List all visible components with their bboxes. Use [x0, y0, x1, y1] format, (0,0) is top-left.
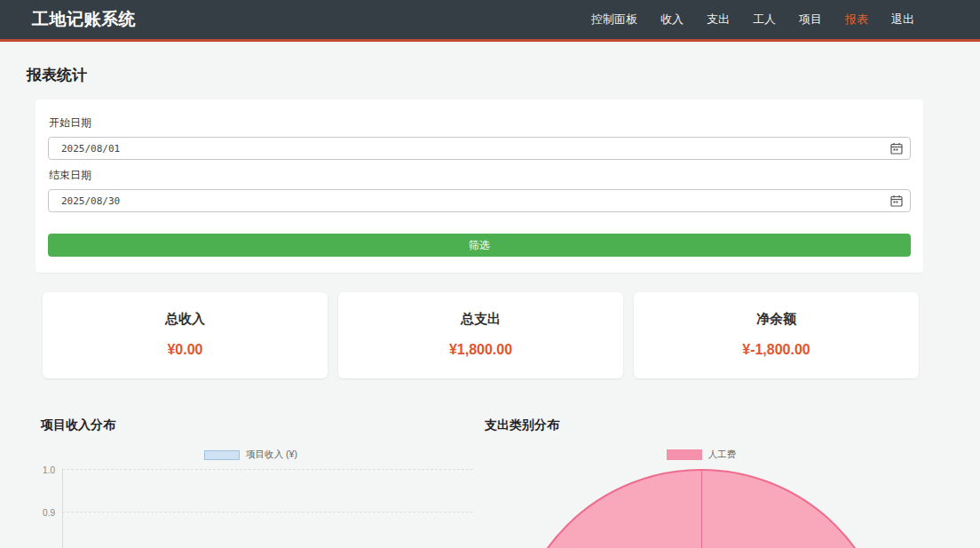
income-chart-legend: 项目收入 (¥)	[27, 449, 475, 461]
nav-workers[interactable]: 工人	[753, 12, 776, 28]
pie-slice-boundary	[701, 471, 702, 548]
end-date-input[interactable]	[48, 189, 911, 212]
start-date-input-wrap	[48, 137, 911, 160]
legend-label: 项目收入 (¥)	[246, 449, 297, 461]
stat-value: ¥-1,800.00	[634, 342, 919, 358]
filter-button[interactable]: 筛选	[48, 234, 911, 257]
expense-chart-section: 支出类别分布 人工费	[475, 417, 953, 548]
charts-row: 项目收入分布 项目收入 (¥) 1.0 0.9 0.8 支出类别分布 人工费	[27, 417, 953, 548]
stats-row: 总收入 ¥0.00 总支出 ¥1,800.00 净余额 ¥-1,800.00	[43, 292, 919, 378]
stat-card-total-expense: 总支出 ¥1,800.00	[338, 292, 623, 378]
app-title: 工地记账系统	[32, 8, 136, 31]
stat-label: 总支出	[338, 311, 623, 328]
income-bar-chart: 1.0 0.9 0.8	[27, 465, 475, 548]
stat-value: ¥1,800.00	[338, 342, 623, 358]
nav-reports[interactable]: 报表	[845, 12, 868, 28]
pie-slice-labor-cost	[510, 469, 892, 548]
gridline	[62, 512, 473, 512]
y-tick-label: 1.0	[27, 465, 55, 475]
expense-chart-title: 支出类别分布	[485, 417, 953, 433]
calendar-icon[interactable]	[890, 142, 903, 155]
income-chart-title: 项目收入分布	[41, 417, 475, 433]
nav-expense[interactable]: 支出	[707, 12, 730, 28]
stat-label: 净余额	[634, 311, 919, 328]
nav-income[interactable]: 收入	[660, 12, 684, 28]
stat-card-total-income: 总收入 ¥0.00	[43, 292, 328, 378]
y-tick-label: 0.9	[27, 508, 55, 518]
legend-label: 人工费	[708, 449, 737, 461]
stat-value: ¥0.00	[43, 342, 328, 358]
calendar-icon[interactable]	[890, 195, 903, 207]
start-date-label: 开始日期	[49, 115, 911, 131]
nav-dashboard[interactable]: 控制面板	[591, 12, 637, 28]
main-content: 报表统计 开始日期 结束日期	[0, 65, 980, 548]
nav-logout[interactable]: 退出	[891, 12, 914, 28]
legend-swatch-blue	[204, 450, 240, 460]
page-title: 报表统计	[27, 65, 953, 85]
end-date-label: 结束日期	[49, 168, 911, 183]
stat-card-net-balance: 净余额 ¥-1,800.00	[634, 292, 919, 378]
gridline	[62, 469, 473, 470]
expense-pie-chart	[475, 465, 928, 548]
nav-projects[interactable]: 项目	[799, 12, 822, 28]
income-chart-section: 项目收入分布 项目收入 (¥) 1.0 0.9 0.8	[27, 417, 475, 548]
legend-swatch-pink	[667, 449, 702, 460]
start-date-input[interactable]	[48, 137, 911, 160]
y-axis-line	[62, 469, 63, 548]
stat-label: 总收入	[43, 311, 328, 328]
filter-card: 开始日期 结束日期 筛选	[36, 99, 923, 273]
main-nav: 控制面板 收入 支出 工人 项目 报表 退出	[568, 12, 914, 28]
end-date-input-wrap	[48, 189, 911, 212]
expense-pie-area: 人工费	[475, 449, 928, 548]
expense-chart-legend: 人工费	[475, 449, 928, 461]
app-header: 工地记账系统 控制面板 收入 支出 工人 项目 报表 退出	[0, 0, 980, 42]
